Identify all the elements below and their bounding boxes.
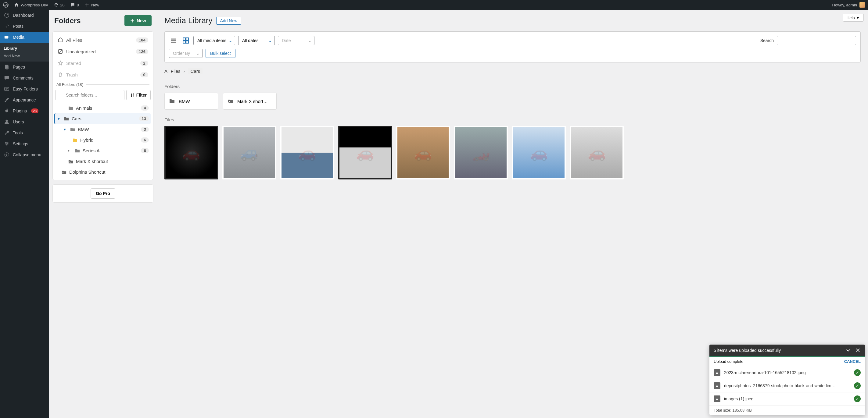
howdy-text: Howdy, admin — [832, 3, 857, 7]
new-label: New — [91, 3, 99, 7]
admin-bar: Wordpress Dev 28 0 New Howdy, admin — [0, 0, 868, 10]
site-link[interactable]: Wordpress Dev — [14, 2, 48, 7]
new-link[interactable]: New — [85, 2, 99, 7]
avatar — [860, 2, 865, 8]
comments-link[interactable]: 0 — [70, 2, 79, 7]
wp-logo[interactable] — [3, 2, 8, 8]
updates-count: 28 — [60, 3, 64, 7]
comments-count: 0 — [77, 3, 79, 7]
site-name: Wordpress Dev — [21, 3, 48, 7]
updates-link[interactable]: 28 — [53, 2, 64, 7]
account-link[interactable]: Howdy, admin — [832, 2, 865, 8]
